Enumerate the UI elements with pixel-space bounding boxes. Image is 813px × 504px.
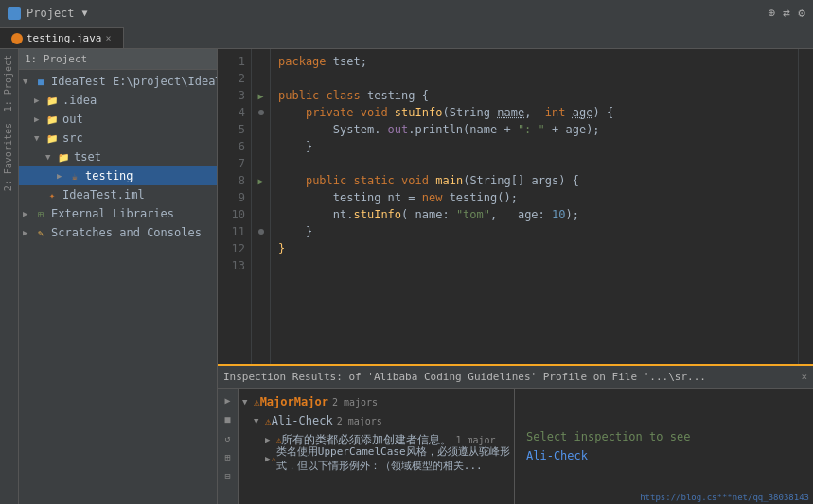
bottom-panel-close-btn[interactable]: ×: [801, 371, 807, 383]
rerun-btn[interactable]: ↺: [221, 430, 236, 445]
dropdown-arrow[interactable]: ▼: [82, 8, 88, 18]
tree-label: IdeaTest E:\project\IdeaTest: [51, 75, 217, 88]
tree-item-iml[interactable]: ▶ ✦ IdeaTest.iml: [19, 185, 217, 204]
detail-select-text: Select inspection to see: [526, 430, 690, 443]
title-bar-left: Project ▼: [8, 7, 769, 20]
tree-arrow: ▶: [34, 114, 45, 124]
gutter-8[interactable]: ▶: [252, 172, 270, 189]
gutter-3[interactable]: ▶: [252, 87, 270, 104]
bottom-panel-title: Inspection Results: of 'Alibaba Coding G…: [223, 371, 706, 383]
project-icon: [8, 7, 21, 20]
code-line-12: }: [278, 240, 790, 257]
tree-arrow: ▼: [45, 152, 57, 162]
inspection-detail: Select inspection to see Ali-Check: [514, 389, 813, 504]
tree-label: src: [62, 131, 83, 145]
gutter-6: [252, 138, 270, 155]
ali-warning-icon: ⚠: [265, 415, 272, 427]
bottom-panel: Inspection Results: of 'Alibaba Coding G…: [218, 364, 813, 504]
code-line-3: public class testing {: [278, 87, 790, 104]
expand-btn[interactable]: ⊞: [221, 449, 236, 464]
code-line-11: }: [278, 223, 790, 240]
tree-item-out[interactable]: ▶ 📁 out: [19, 110, 217, 129]
gutter-1: [252, 53, 270, 70]
code-line-10: nt.stuInfo( name: "tom", age: 10);: [278, 206, 790, 223]
tree-item-external-libs[interactable]: ▶ ⊞ External Libraries: [19, 204, 217, 223]
tree-label: .idea: [62, 94, 97, 107]
collapse-btn[interactable]: ⊟: [221, 468, 236, 483]
bottom-panel-body: ▶ ■ ↺ ⊞ ⊟ ▼ ⚠ Major Major 2 majors: [218, 389, 813, 504]
inspection-item-2[interactable]: ▶ ⚠ 类名使用UpperCamelCase风格，必须遵从驼峰形式，但以下情形例…: [239, 449, 514, 468]
code-line-4: private void stuInfo(String name, int ag…: [278, 104, 790, 121]
tree-item-idea[interactable]: ▶ 📁 .idea: [19, 91, 217, 110]
inspection-ali-check[interactable]: ▼ ⚠ Ali-Check 2 majors: [239, 411, 514, 430]
tree-arrow: ▶: [34, 96, 45, 105]
file-tree: 1: Project ▼ ■ IdeaTest E:\project\IdeaT…: [19, 49, 218, 504]
tree-item-ideatest[interactable]: ▼ ■ IdeaTest E:\project\IdeaTest: [19, 72, 217, 91]
gutter-11: [252, 223, 270, 240]
stop-inspection-btn[interactable]: ■: [221, 411, 236, 426]
vert-tab-favorites[interactable]: 2: Favorites: [0, 117, 18, 197]
vert-tab-project[interactable]: 1: Project: [0, 49, 18, 117]
bottom-panel-header: Inspection Results: of 'Alibaba Coding G…: [218, 366, 813, 389]
item-label-2: 类名使用UpperCamelCase风格，必须遵从驼峰形式，但以下情形例外：（领…: [276, 444, 510, 473]
code-line-8: public static void main(String[] args) {: [278, 172, 790, 189]
tree-item-src[interactable]: ▼ 📁 src: [19, 129, 217, 148]
tree-label: External Libraries: [51, 207, 174, 220]
code-line-7: [278, 155, 790, 172]
tree-arrow: ▶: [23, 228, 34, 237]
tree-arrow: ▶: [57, 171, 68, 181]
run-icon: ▶: [257, 91, 263, 101]
warning-icon: ⚠: [254, 396, 260, 408]
major-badge: 2 majors: [332, 397, 378, 408]
bottom-left-strip: ▶ ■ ↺ ⊞ ⊟: [218, 389, 239, 504]
code-line-6: }: [278, 138, 790, 155]
add-btn[interactable]: ⊕: [769, 6, 776, 20]
breakpoint-dot: [258, 229, 264, 235]
settings-btn[interactable]: ⚙: [798, 6, 805, 20]
code-line-13: [278, 257, 790, 274]
code-editor: 1 2 3 4 5 6 7 8 9 10 11 12 13 ▶: [218, 49, 813, 504]
ali-label: Ali-Check: [272, 414, 333, 427]
file-tree-title: 1: Project: [25, 53, 87, 65]
ali-check-link[interactable]: Ali-Check: [526, 449, 588, 462]
ali-arrow: ▼: [254, 416, 265, 426]
tab-testing-java[interactable]: testing.java ×: [0, 27, 124, 48]
tree-label: Scratches and Consoles: [51, 226, 202, 239]
gutter-2: [252, 70, 270, 87]
gutter-13: [252, 257, 270, 274]
folder-icon: 📁: [57, 150, 70, 164]
tree-label: tset: [74, 150, 101, 164]
tab-close-btn[interactable]: ×: [105, 33, 111, 43]
tree-label: testing: [85, 169, 133, 182]
run-inspection-btn[interactable]: ▶: [221, 392, 236, 408]
watermark: https://blog.cs***net/qq_38038143: [640, 493, 809, 502]
code-line-5: System. out.println(name + ": " + age);: [278, 121, 790, 138]
gutter-9: [252, 189, 270, 206]
item-arrow: ▶: [265, 435, 276, 444]
run-icon: ▶: [257, 176, 263, 186]
library-icon: ⊞: [34, 207, 47, 220]
main-layout: 1: Project 2: Favorites 1: Project ▼ ■ I…: [0, 49, 813, 504]
tree-arrow: ▼: [34, 133, 45, 143]
major-label-text: Major: [294, 395, 328, 408]
java-file-icon: [11, 33, 23, 44]
code-line-1: package tset;: [278, 53, 790, 70]
tree-item-tset[interactable]: ▼ 📁 tset: [19, 148, 217, 166]
scratch-icon: ✎: [34, 226, 47, 239]
swap-btn[interactable]: ⇄: [783, 6, 790, 20]
folder-icon: 📁: [45, 94, 59, 107]
inspection-tree: ▼ ⚠ Major Major 2 majors ▼ ⚠ Ali-Check 2…: [239, 389, 514, 504]
inspection-major[interactable]: ▼ ⚠ Major Major 2 majors: [239, 392, 514, 411]
tab-label: testing.java: [27, 32, 101, 44]
tree-arrow: ▶: [23, 209, 34, 218]
project-title: Project: [27, 7, 75, 20]
folder-icon: 📁: [45, 113, 59, 126]
tree-item-scratches[interactable]: ▶ ✎ Scratches and Consoles: [19, 223, 217, 242]
major-arrow: ▼: [242, 397, 254, 407]
gutter-7: [252, 155, 270, 172]
gutter-4: [252, 104, 270, 121]
xml-icon: ✦: [45, 188, 59, 201]
tree-item-testing[interactable]: ▶ ☕ testing: [19, 166, 217, 185]
file-tree-header: 1: Project: [19, 49, 217, 70]
folder-icon: 📁: [45, 131, 59, 145]
